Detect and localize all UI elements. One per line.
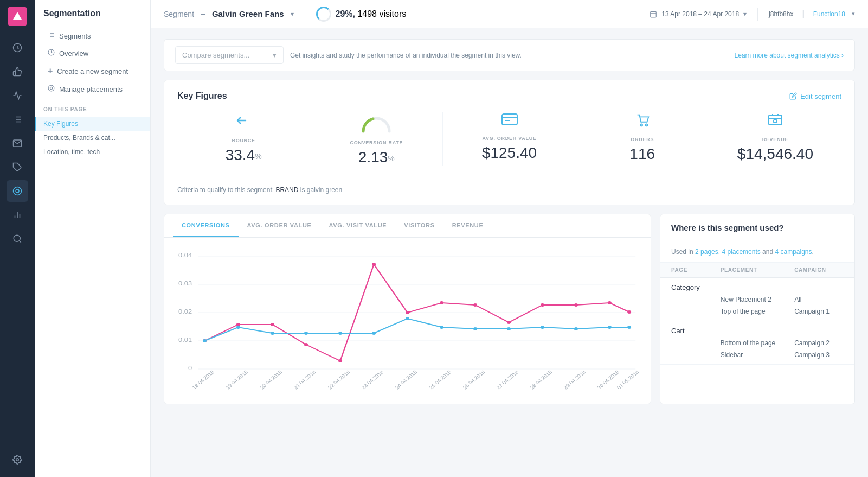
svg-point-70 [507,327,511,330]
svg-point-65 [338,332,342,335]
svg-rect-30 [502,114,517,125]
header-dash: – [201,9,205,19]
tab-avg-visit-value[interactable]: AVG. VISIT VALUE [320,214,396,237]
avg-order-label: AVG. ORDER VALUE [482,136,536,141]
nav-item-create-segment[interactable]: + Create a new segment [39,62,146,80]
nav-item-overview[interactable]: Overview [39,44,146,62]
tab-visitors[interactable]: VISITORS [395,214,443,237]
page-nav-key-figures[interactable]: Key Figures [35,117,150,131]
header-divider [305,8,305,21]
sidebar-icon-campaign[interactable] [7,85,28,106]
account-dropdown-icon[interactable]: ▾ [852,10,855,17]
sidebar-icon-segment[interactable] [7,180,28,202]
segment-label: Segment [164,10,194,18]
sidebar-icon-list[interactable] [7,109,28,130]
segments-icon [48,31,55,40]
card-title: Key Figures [177,91,227,101]
top-header: Segment – Galvin Green Fans ▾ 29%, 1498 … [151,0,868,28]
create-segment-label: Create a new segment [57,67,128,75]
revenue-icon [767,112,783,131]
header-divider-2 [757,8,758,21]
sidebar-icon-thumb[interactable] [7,61,28,82]
tab-conversions[interactable]: CONVERSIONS [173,214,239,237]
page-label-cart: Cart [660,321,854,337]
content-area: Compare segments... ▾ Get insights and s… [151,28,868,477]
metric-revenue: REVENUE $14,546.40 [709,112,841,166]
campaign-3: Campaign 3 [794,351,844,359]
header-user-id: j8hfb8hx [769,10,793,18]
svg-text:0.03: 0.03 [178,280,192,287]
col-placement: PLACEMENT [721,267,794,273]
sidebar-icon-settings[interactable] [7,449,28,470]
bounce-icon [235,112,252,132]
svg-point-64 [304,332,308,335]
edit-segment-button[interactable]: Edit segment [789,92,841,100]
campaign-1: Campaign 1 [794,308,844,315]
visitors-pct: 29%, [336,9,355,18]
compare-dropdown[interactable]: Compare segments... ▾ [175,46,284,64]
table-header-row: PAGE PLACEMENT CAMPAIGN [660,263,854,278]
page-nav-products[interactable]: Products, Brands & cat... [35,131,150,145]
svg-text:0.04: 0.04 [178,252,192,259]
conversion-label: CONVERSION RATE [350,140,403,145]
nav-item-manage-placements[interactable]: Manage placements [39,80,146,98]
bottom-section: CONVERSIONS AVG. ORDER VALUE AVG. VISIT … [164,214,855,404]
edit-segment-label: Edit segment [800,92,841,100]
orders-icon [634,112,651,131]
icon-sidebar [0,0,35,477]
segment-dropdown-icon[interactable]: ▾ [291,10,294,18]
svg-text:0: 0 [188,365,192,372]
svg-point-74 [627,326,631,329]
metric-conversion: CONVERSION RATE 2.13% [310,112,443,166]
svg-point-66 [372,332,376,335]
header-visitors: 29%, 1498 visitors [316,7,407,22]
svg-point-68 [440,326,443,329]
revenue-label: REVENUE [762,137,789,142]
sidebar-icon-analytics[interactable] [7,37,28,59]
svg-point-61 [203,339,207,342]
metric-orders: ORDERS 116 [576,112,709,166]
svg-text:26.04.2018: 26.04.2018 [461,369,486,390]
svg-point-10 [16,189,19,193]
svg-point-54 [440,301,443,304]
gauge-icon [359,112,394,137]
nav-item-segments[interactable]: Segments [39,27,146,44]
svg-text:20.04.2018: 20.04.2018 [259,369,284,390]
placement-bottom: Bottom of the page [721,339,794,347]
avg-order-value: $125.40 [482,144,537,162]
svg-point-49 [271,323,274,326]
segments-label: Segments [59,32,91,40]
learn-more-arrow: › [841,52,844,59]
tab-revenue[interactable]: REVENUE [443,214,492,237]
svg-point-69 [473,327,477,330]
where-used-title: Where is this segment used? [660,214,854,241]
page-nav-location[interactable]: Location, time, tech [35,145,150,159]
sidebar-icon-tool[interactable] [7,228,28,250]
nav-panel-title: Segmentation [35,9,150,27]
tab-avg-order-value[interactable]: AVG. ORDER VALUE [239,214,320,237]
svg-point-55 [473,303,477,307]
where-used-subtitle: Used in 2 pages, 4 placements and 4 camp… [660,241,854,263]
visitors-count: 1498 visitors [357,9,406,18]
svg-point-51 [338,359,342,362]
date-range: 13 Apr 2018 – 24 Apr 2018 [661,10,739,18]
orders-label: ORDERS [631,137,654,142]
svg-text:22.04.2018: 22.04.2018 [326,369,351,390]
svg-text:23.04.2018: 23.04.2018 [360,369,385,390]
header-account[interactable]: Function18 [813,10,845,18]
chart-line-blue [204,319,629,341]
svg-point-33 [640,124,642,126]
sidebar-icon-email[interactable] [7,132,28,154]
sidebar-icon-puzzle[interactable] [7,156,28,178]
app-logo[interactable] [8,7,27,26]
visitors-donut [316,7,331,22]
svg-text:0.01: 0.01 [178,336,192,344]
segment-name: Galvin Green Fans [212,9,284,18]
learn-more-link[interactable]: Learn more about segment analytics › [735,52,844,59]
overview-icon [48,49,55,58]
metric-avg-order: AVG. ORDER VALUE $125.40 [443,112,576,166]
chart-body: 0.04 0.03 0.02 0.01 0 [164,238,651,404]
date-dropdown-icon[interactable]: ▾ [743,10,747,18]
sidebar-icon-chart[interactable] [7,204,28,226]
col-campaign: CAMPAIGN [794,267,844,273]
